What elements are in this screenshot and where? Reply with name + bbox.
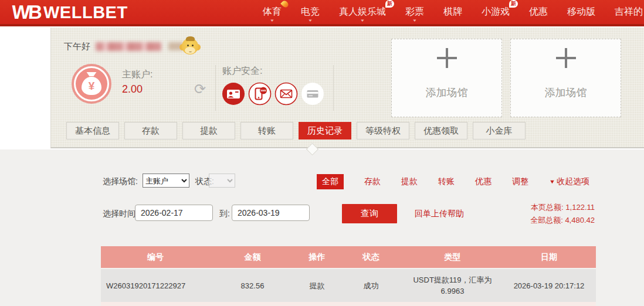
nav-item-label: 体育	[263, 6, 282, 18]
col-status: 状态	[339, 246, 403, 268]
account-tabs: 基本信息 存款 提款 转账 历史记录 等级特权 优惠领取 小金库	[66, 122, 526, 140]
chevron-down-icon: ▼	[360, 19, 365, 23]
venue-filter-label: 选择场馆:	[103, 176, 138, 187]
history-table: 编号 金额 操作 状态 类型 日期 W26031920171222927 832…	[101, 246, 596, 302]
plus-icon	[437, 48, 457, 68]
col-id: 编号	[101, 246, 210, 268]
greeting-row: 下午好	[64, 35, 200, 57]
hot-flame-icon	[280, 0, 290, 9]
chevron-down-icon: ▼	[308, 19, 313, 23]
svg-text:SMS: SMS	[260, 89, 266, 92]
filter-promo[interactable]: 优惠	[475, 176, 492, 187]
nav-item-sports[interactable]: 体育 ▼	[263, 0, 282, 24]
nav-item-mini-games[interactable]: 新 小游戏	[482, 0, 510, 24]
wellbet-logo[interactable]: WB WELLBET	[12, 1, 128, 23]
grand-total: 全部总额: 4,480.42	[530, 214, 595, 227]
mail-icon[interactable]	[274, 82, 298, 106]
nav-item-label: 移动版	[567, 6, 595, 18]
col-amount: 金额	[210, 246, 295, 268]
cell-operation: 提款	[295, 268, 339, 302]
table-header-row: 编号 金额 操作 状态 类型 日期	[101, 246, 596, 268]
nav-item-mobile-version[interactable]: 移动版	[567, 0, 595, 24]
time-filter-label: 选择时间:	[103, 209, 138, 219]
nav-item-lottery[interactable]: 彩票 ▼	[405, 0, 424, 24]
collapse-options-label: 收起选项	[557, 176, 589, 187]
filter-all[interactable]: 全部	[317, 174, 344, 189]
id-card-icon[interactable]	[222, 82, 245, 106]
nav-item-esports[interactable]: 电竞 ▼	[301, 0, 320, 24]
money-bag-icon: ¥	[72, 64, 111, 104]
filter-withdraw[interactable]: 提款	[401, 176, 418, 187]
tab-history[interactable]: 历史记录	[299, 122, 351, 140]
nav-item-promotions[interactable]: 优惠	[529, 0, 548, 24]
nav-item-live-casino[interactable]: 新 真人娱乐城 ▼	[339, 0, 386, 24]
date-from-input[interactable]	[135, 205, 213, 221]
cell-date: 2026-03-19 20:17:12	[502, 268, 596, 302]
logo-text: WELLBET	[43, 3, 128, 22]
cell-type: USDT提款119，汇率为 6.9963	[403, 268, 502, 302]
nav-item-label: 优惠	[529, 6, 548, 18]
filter-transfer[interactable]: 转账	[438, 176, 455, 187]
nav-menu: 体育 ▼ 电竞 ▼ 新 真人娱乐城 ▼ 彩票 ▼ 棋牌	[263, 0, 643, 24]
next-row-strip	[101, 302, 596, 306]
new-badge: 新	[509, 0, 518, 8]
nav-item-label: 彩票	[405, 6, 424, 18]
add-venue-card[interactable]: 添加场馆	[391, 39, 502, 117]
tab-transfer[interactable]: 转账	[240, 122, 293, 140]
top-navbar: WB WELLBET 体育 ▼ 电竞 ▼ 新 真人娱乐城 ▼	[0, 0, 644, 26]
type-filter-tabs: 全部 存款 提款 转账 优惠 调整 ▼ 收起选项	[317, 174, 589, 190]
plus-icon	[556, 48, 576, 68]
query-button[interactable]: 查询	[342, 204, 397, 223]
logo-mark-icon: WB	[11, 1, 44, 23]
security-icons-row: SMS	[222, 82, 324, 106]
monkey-avatar	[180, 36, 200, 56]
tab-basic-info[interactable]: 基本信息	[66, 122, 119, 140]
page: WB WELLBET 体育 ▼ 电竞 ▼ 新 真人娱乐城 ▼	[0, 0, 644, 306]
date-to-input[interactable]	[232, 205, 310, 221]
cell-id: W26031920171222927	[101, 268, 210, 302]
chevron-down-icon: ▼	[412, 19, 418, 23]
col-date: 日期	[502, 246, 596, 268]
cell-status: 成功	[339, 268, 403, 302]
nav-item-jixiang[interactable]: 吉祥的	[615, 0, 643, 24]
nav-item-board-games[interactable]: 棋牌	[443, 0, 462, 24]
tab-vip-level[interactable]: 等级特权	[357, 122, 409, 140]
col-operation: 操作	[295, 246, 339, 268]
nav-item-label: 小游戏	[482, 6, 510, 18]
col-type: 类型	[403, 246, 502, 268]
chevron-down-icon: ▼	[270, 19, 275, 23]
tab-vault[interactable]: 小金库	[473, 122, 526, 140]
filter-deposit[interactable]: 存款	[364, 176, 381, 187]
nav-item-label: 棋牌	[443, 6, 462, 18]
chevron-down-icon: ▼	[549, 179, 555, 185]
tab-promo-claim[interactable]: 优惠领取	[415, 122, 467, 140]
receipt-upload-help-link[interactable]: 回单上传帮助	[415, 209, 464, 219]
phone-sms-icon[interactable]: SMS	[248, 82, 272, 106]
refresh-balance-icon[interactable]: ⟳	[192, 81, 208, 97]
tab-withdraw[interactable]: 提款	[182, 122, 235, 140]
greeting-text: 下午好	[64, 41, 90, 52]
nav-item-label: 吉祥的	[615, 6, 643, 18]
filter-adjust[interactable]: 调整	[512, 176, 528, 187]
bank-card-icon[interactable]	[301, 82, 324, 106]
to-label: 到:	[219, 209, 230, 219]
cell-amount: 832.56	[210, 268, 295, 302]
venue-select[interactable]: 主账户	[143, 174, 189, 188]
tab-deposit[interactable]: 存款	[124, 122, 177, 140]
table-row: W26031920171222927 832.56 提款 成功 USDT提款11…	[101, 268, 596, 302]
add-venue-label: 添加场馆	[545, 86, 587, 100]
yuan-symbol: ¥	[82, 77, 101, 95]
status-select[interactable]	[209, 174, 235, 188]
account-panel: 下午好 ¥ 主账户: 2.00 ⟳ 账户安全:	[50, 28, 644, 148]
divider	[215, 65, 216, 111]
new-badge: 新	[385, 0, 394, 8]
collapse-options-link[interactable]: ▼ 收起选项	[549, 176, 589, 187]
page-total: 本页总额: 1,122.11	[530, 201, 595, 214]
totals-block: 本页总额: 1,122.11 全部总额: 4,480.42	[530, 201, 595, 227]
divider	[333, 65, 334, 111]
history-section: 选择场馆: 主账户 状态: 全部 存款 提款 转账 优惠 调整 ▼ 收起选项 选…	[0, 149, 644, 306]
masked-username	[96, 42, 161, 51]
account-security-label: 账户安全:	[222, 65, 262, 77]
add-venue-card[interactable]: 添加场馆	[510, 39, 621, 117]
add-venue-label: 添加场馆	[426, 86, 468, 100]
